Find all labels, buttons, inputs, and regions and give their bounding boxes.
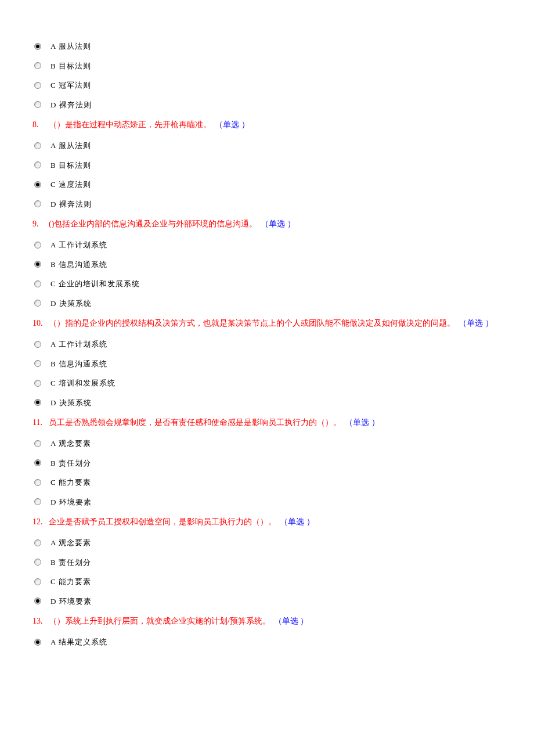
question-number: 8. xyxy=(33,118,49,131)
radio-button[interactable] xyxy=(34,498,41,505)
radio-button[interactable] xyxy=(34,261,41,268)
option-row: A 工作计划系统 xyxy=(33,239,501,251)
radio-button[interactable] xyxy=(34,578,41,585)
question-text: 企业是否赋予员工授权和创造空间，是影响员工执行力的（）。 xyxy=(49,517,276,526)
option-label: D 裸奔法则 xyxy=(50,99,92,111)
option-label: A 工作计划系统 xyxy=(50,239,107,251)
option-label: D 决策系统 xyxy=(50,397,92,409)
radio-button[interactable] xyxy=(34,399,41,406)
question-text: （）是指在过程中动态矫正，先开枪再瞄准。 xyxy=(49,120,211,129)
option-row: B 责任划分 xyxy=(33,458,501,469)
question-number: 9. xyxy=(33,218,49,230)
option-row: D 决策系统 xyxy=(33,298,501,309)
question-text: （）指的是企业内的授权结构及决策方式，也就是某决策节点上的个人或团队能不能做决定… xyxy=(49,319,455,327)
question-3: 10.（）指的是企业内的授权结构及决策方式，也就是某决策节点上的个人或团队能不能… xyxy=(33,317,501,329)
option-row: D 裸奔法则 xyxy=(33,199,501,210)
option-row: C 培训和发展系统 xyxy=(33,377,501,389)
question-type: （单选 ） xyxy=(274,617,309,625)
option-row: C 能力要素 xyxy=(33,477,501,488)
option-label: B 信息沟通系统 xyxy=(50,259,107,271)
option-row: A 工作计划系统 xyxy=(33,339,501,350)
option-label: B 责任划分 xyxy=(50,458,91,469)
radio-button[interactable] xyxy=(34,341,41,348)
radio-button[interactable] xyxy=(34,242,41,249)
option-row: B 信息沟通系统 xyxy=(33,358,501,370)
option-label: B 目标法则 xyxy=(50,60,91,72)
question-type: （单选 ） xyxy=(280,517,315,526)
option-label: C 冠军法则 xyxy=(50,80,91,91)
question-number: 11. xyxy=(33,416,49,429)
radio-button[interactable] xyxy=(34,479,41,486)
option-row: A 服从法则 xyxy=(33,140,501,152)
option-row: D 环境要素 xyxy=(33,596,501,607)
question-1: 8.（）是指在过程中动态矫正，先开枪再瞄准。（单选 ） xyxy=(33,118,501,131)
option-row: D 环境要素 xyxy=(33,496,501,508)
radio-button[interactable] xyxy=(34,539,41,546)
option-label: A 观念要素 xyxy=(50,438,91,449)
question-text: 员工是否熟悉领会规章制度，是否有责任感和使命感是是影响员工执行力的（）。 xyxy=(49,418,341,427)
option-label: C 企业的培训和发展系统 xyxy=(50,278,140,290)
option-label: A 服从法则 xyxy=(50,41,91,52)
option-label: B 信息沟通系统 xyxy=(50,358,107,370)
radio-button[interactable] xyxy=(34,380,41,387)
option-row: B 目标法则 xyxy=(33,60,501,72)
radio-button[interactable] xyxy=(34,101,41,108)
radio-button[interactable] xyxy=(34,200,41,207)
question-number: 13. xyxy=(33,615,49,627)
option-label: B 目标法则 xyxy=(50,160,91,171)
option-label: D 环境要素 xyxy=(50,496,92,508)
question-2: 9.()包括企业内部的信息沟通及企业与外部环境的信息沟通。（单选 ） xyxy=(33,218,501,230)
radio-button[interactable] xyxy=(34,43,41,50)
option-row: C 速度法则 xyxy=(33,179,501,190)
question-number: 10. xyxy=(33,317,49,329)
radio-button[interactable] xyxy=(34,559,41,566)
option-row: A 服从法则 xyxy=(33,41,501,52)
option-row: C 冠军法则 xyxy=(33,80,501,91)
radio-button[interactable] xyxy=(34,142,41,149)
question-type: （单选 ） xyxy=(261,219,295,228)
radio-button[interactable] xyxy=(34,440,41,447)
option-label: C 速度法则 xyxy=(50,179,91,190)
radio-button[interactable] xyxy=(34,300,41,307)
option-row: B 信息沟通系统 xyxy=(33,259,501,271)
question-5: 12.企业是否赋予员工授权和创造空间，是影响员工执行力的（）。（单选 ） xyxy=(33,516,501,528)
radio-button[interactable] xyxy=(34,280,41,287)
option-label: D 裸奔法则 xyxy=(50,199,92,210)
radio-button[interactable] xyxy=(34,459,41,466)
option-row: D 裸奔法则 xyxy=(33,99,501,111)
question-type: （单选 ） xyxy=(345,418,380,427)
option-row: A 观念要素 xyxy=(33,438,501,449)
option-row: C 企业的培训和发展系统 xyxy=(33,278,501,290)
option-label: D 环境要素 xyxy=(50,596,92,607)
option-row: D 决策系统 xyxy=(33,397,501,409)
option-label: A 观念要素 xyxy=(50,537,91,549)
question-6: 13.（）系统上升到执行层面，就变成企业实施的计划/预算系统。（单选 ） xyxy=(33,615,501,627)
option-row: B 目标法则 xyxy=(33,160,501,171)
radio-button[interactable] xyxy=(34,82,41,89)
option-row: C 能力要素 xyxy=(33,576,501,588)
option-label: C 能力要素 xyxy=(50,477,91,488)
option-row: A 观念要素 xyxy=(33,537,501,549)
question-text: ()包括企业内部的信息沟通及企业与外部环境的信息沟通。 xyxy=(49,219,257,228)
option-label: A 结果定义系统 xyxy=(50,636,107,648)
radio-button[interactable] xyxy=(34,181,41,188)
question-type: （单选 ） xyxy=(215,120,250,129)
option-label: C 能力要素 xyxy=(50,576,91,588)
option-label: A 服从法则 xyxy=(50,140,91,152)
radio-button[interactable] xyxy=(34,62,41,69)
radio-button[interactable] xyxy=(34,639,41,646)
radio-button[interactable] xyxy=(34,161,41,168)
question-type: （单选 ） xyxy=(459,319,493,327)
question-number: 12. xyxy=(33,516,49,528)
option-label: B 责任划分 xyxy=(50,557,91,568)
question-4: 11.员工是否熟悉领会规章制度，是否有责任感和使命感是是影响员工执行力的（）。（… xyxy=(33,416,501,429)
option-label: C 培训和发展系统 xyxy=(50,377,116,389)
radio-button[interactable] xyxy=(34,360,41,367)
option-row: A 结果定义系统 xyxy=(33,636,501,648)
option-label: A 工作计划系统 xyxy=(50,339,107,350)
option-label: D 决策系统 xyxy=(50,298,92,309)
question-text: （）系统上升到执行层面，就变成企业实施的计划/预算系统。 xyxy=(49,617,270,625)
option-row: B 责任划分 xyxy=(33,557,501,568)
radio-button[interactable] xyxy=(34,597,41,604)
